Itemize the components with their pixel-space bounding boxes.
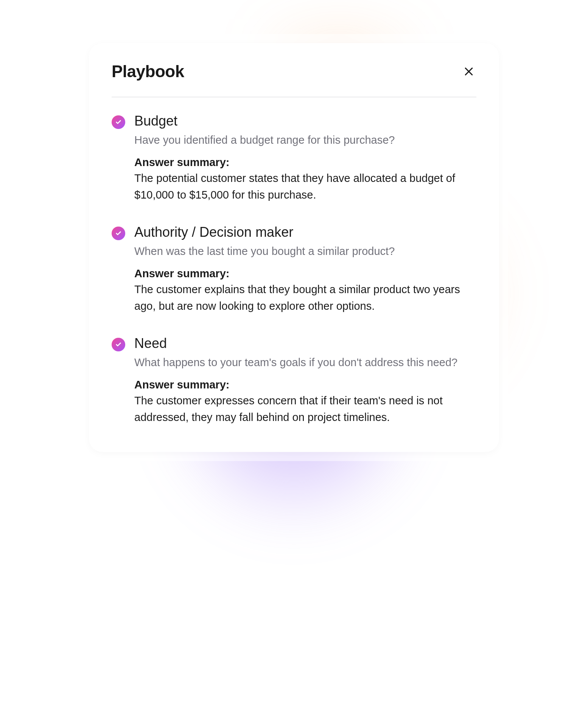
close-button[interactable] [461,64,476,79]
item-question: When was the last time you bought a simi… [134,243,476,259]
check-badge [112,227,125,240]
playbook-item: Authority / Decision maker When was the … [112,224,476,314]
item-question: What happens to your team's goals if you… [134,354,476,370]
playbook-item-content: Need What happens to your team's goals i… [134,335,476,426]
close-icon [463,66,474,77]
playbook-title: Playbook [112,62,184,81]
playbook-card: Playbook Budget Have you identified a bu… [89,43,499,452]
item-title: Budget [134,113,476,129]
answer-summary-label: Answer summary: [134,156,476,169]
playbook-card-outer: Playbook Budget Have you identified a bu… [80,34,508,461]
item-question: Have you identified a budget range for t… [134,132,476,148]
check-badge [112,115,125,129]
answer-summary-text: The customer explains that they bought a… [134,281,476,314]
answer-summary-text: The potential customer states that they … [134,170,476,203]
check-badge [112,338,125,351]
playbook-item: Budget Have you identified a budget rang… [112,113,476,203]
playbook-item: Need What happens to your team's goals i… [112,335,476,426]
check-icon [115,342,121,348]
answer-summary-text: The customer expresses concern that if t… [134,393,476,426]
playbook-header: Playbook [112,62,476,97]
playbook-item-content: Authority / Decision maker When was the … [134,224,476,314]
item-title: Need [134,335,476,351]
check-icon [115,230,121,236]
answer-summary-label: Answer summary: [134,267,476,280]
check-icon [115,119,121,125]
item-title: Authority / Decision maker [134,224,476,240]
playbook-item-content: Budget Have you identified a budget rang… [134,113,476,203]
answer-summary-label: Answer summary: [134,379,476,391]
